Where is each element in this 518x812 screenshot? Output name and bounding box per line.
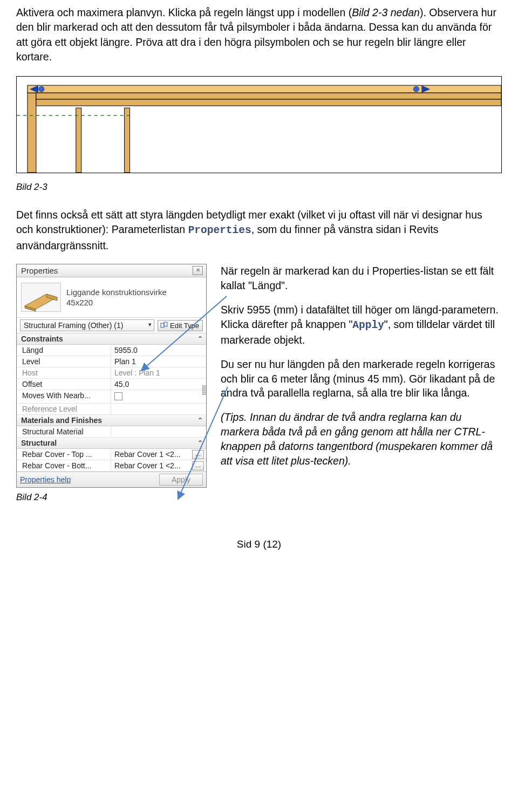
chevron-collapse-icon: ⌃ [197, 417, 203, 424]
right-p2: Skriv 5955 (mm) i datafältet till höger … [221, 303, 502, 347]
row-reflevel: Reference Level [17, 404, 206, 415]
level-value[interactable]: Plan 1 [111, 356, 206, 367]
row-rebar-top[interactable]: Rebar Cover - Top ... Rebar Cover 1 <2..… [17, 449, 206, 460]
group-constraints[interactable]: Constraints ⌃ [17, 333, 206, 345]
chevron-collapse-icon: ⌃ [197, 439, 203, 447]
ellipsis-button[interactable]: … [192, 461, 204, 470]
langd-value[interactable]: 5955.0 [111, 345, 206, 356]
group-materials[interactable]: Materials and Finishes ⌃ [17, 415, 206, 426]
type-line1: Liggande konstruktionsvirke [66, 287, 167, 298]
group-structural[interactable]: Structural ⌃ [17, 438, 206, 449]
panel-header: Properties ✕ [17, 264, 206, 277]
rebar-top-value: Rebar Cover 1 <2... [114, 450, 181, 459]
type-label: Liggande konstruktionsvirke 45x220 [66, 287, 167, 308]
apply-mono: Apply [352, 319, 384, 331]
row-langd[interactable]: Längd 5955.0 [17, 345, 206, 356]
intro-p1a: Aktivera och maximera planvyn. Klicka på… [16, 6, 352, 18]
edit-type-button[interactable]: Edit Type [158, 320, 203, 331]
category-value: Structural Framing (Other) (1) [24, 321, 123, 330]
category-select[interactable]: Structural Framing (Other) (1) [20, 319, 154, 331]
row-rebar-bottom[interactable]: Rebar Cover - Bott... Rebar Cover 1 <2..… [17, 460, 206, 472]
offset-value[interactable]: 45.0 [111, 379, 206, 390]
edit-type-icon [160, 322, 168, 329]
moves-checkbox[interactable] [111, 390, 206, 403]
panel-title: Properties [21, 266, 193, 275]
lumber-thumbnail-icon [21, 283, 61, 312]
properties-help-link[interactable]: Properties help [20, 475, 159, 484]
checkbox-icon[interactable] [114, 392, 122, 400]
edit-type-label: Edit Type [170, 322, 199, 330]
type-selector[interactable]: Liggande konstruktionsvirke 45x220 [17, 277, 206, 318]
svg-rect-15 [164, 322, 167, 326]
type-line2: 45x220 [66, 297, 167, 308]
close-icon[interactable]: ✕ [193, 266, 203, 275]
figure-2-3-diagram [16, 76, 502, 173]
caption-2-4: Bild 2-4 [16, 492, 502, 503]
host-value: Level : Plan 1 [111, 367, 206, 378]
svg-rect-4 [36, 93, 501, 99]
svg-point-7 [39, 86, 44, 92]
chevron-collapse-icon: ⌃ [197, 335, 203, 343]
rebar-bottom-value: Rebar Cover 1 <2... [114, 461, 181, 470]
right-p1: När regeln är markerad kan du i Properti… [221, 264, 502, 293]
right-p3: Du ser nu hur längden på den markerade r… [221, 357, 502, 401]
svg-rect-1 [76, 108, 81, 173]
row-moves[interactable]: Moves With Nearb... [17, 390, 206, 404]
ellipsis-button[interactable]: … [192, 450, 204, 459]
caption-2-3: Bild 2-3 [16, 182, 502, 193]
svg-rect-5 [36, 99, 501, 106]
page-footer: Sid 9 (12) [16, 538, 502, 550]
apply-button[interactable]: Apply [159, 474, 203, 486]
intro-ref: Bild 2-3 nedan [352, 6, 420, 18]
row-offset[interactable]: Offset 45.0 [17, 379, 206, 390]
svg-point-8 [413, 86, 419, 92]
right-text-column: När regeln är markerad kan du i Properti… [221, 264, 502, 478]
svg-rect-14 [161, 323, 164, 327]
mid-mono: Properties [188, 224, 251, 236]
intro-paragraph: Aktivera och maximera planvyn. Klicka på… [16, 5, 502, 64]
middle-paragraph: Det finns också ett sätt att styra längd… [16, 208, 502, 253]
scroll-grip-icon[interactable] [202, 385, 206, 395]
row-level[interactable]: Level Plan 1 [17, 356, 206, 367]
properties-panel: Properties ✕ Liggande konstruktionsvirke… [16, 264, 207, 488]
row-structmat[interactable]: Structural Material [17, 426, 206, 438]
right-p4-tip: (Tips. Innan du ändrar de två andra regl… [221, 410, 502, 468]
row-host: Host Level : Plan 1 [17, 367, 206, 379]
svg-rect-0 [28, 93, 36, 173]
svg-rect-2 [125, 108, 130, 173]
